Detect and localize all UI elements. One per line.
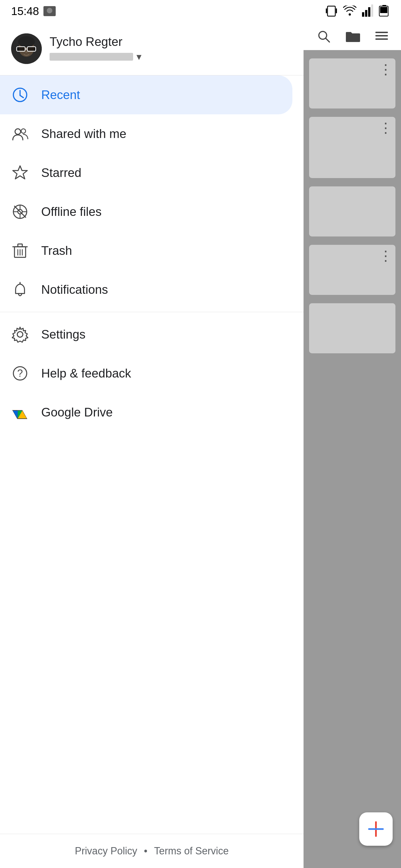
help-icon: ?	[11, 365, 29, 382]
privacy-policy-link[interactable]: Privacy Policy	[75, 845, 137, 857]
status-bar-left: 15:48	[11, 5, 56, 18]
user-email-row: ▾	[50, 51, 141, 63]
offline-icon	[11, 203, 29, 221]
vibrate-icon	[325, 5, 338, 17]
bg-card-2: ⋮	[309, 117, 395, 178]
bg-list-icon	[375, 31, 388, 42]
gear-icon	[11, 326, 29, 343]
chevron-down-icon[interactable]: ▾	[137, 51, 141, 63]
battery-icon	[379, 4, 390, 18]
svg-line-27	[20, 95, 23, 98]
nav-group-main: Recent Shared with me Starred	[0, 75, 304, 309]
svg-rect-5	[368, 7, 370, 17]
nav-group-secondary: Settings ? Help & feedback	[0, 315, 304, 432]
terms-of-service-link[interactable]: Terms of Service	[154, 845, 229, 857]
status-bar: 15:48	[0, 0, 401, 22]
trash-icon	[11, 242, 29, 259]
svg-rect-6	[371, 4, 373, 17]
sidebar-item-label-shared: Shared with me	[41, 127, 126, 141]
bg-card-3	[309, 186, 395, 237]
signal-icon	[362, 4, 373, 18]
user-name: Tycho Regter	[50, 35, 141, 49]
photo-icon	[44, 6, 56, 16]
bg-search-icon	[317, 29, 331, 43]
sidebar-item-label-settings: Settings	[41, 328, 85, 341]
avatar-image	[11, 33, 42, 64]
svg-rect-9	[380, 7, 388, 13]
star-icon	[11, 164, 29, 182]
svg-rect-4	[365, 10, 367, 17]
svg-point-19	[18, 36, 35, 47]
sidebar-item-notifications[interactable]: Notifications	[0, 270, 304, 309]
sidebar-item-settings[interactable]: Settings	[0, 315, 304, 354]
sidebar-item-label-drive: Google Drive	[41, 405, 113, 419]
svg-point-29	[21, 129, 26, 133]
svg-rect-8	[382, 5, 386, 6]
drawer-footer: Privacy Policy • Terms of Service	[0, 834, 304, 868]
user-email-blur	[50, 53, 133, 61]
fab-plus-icon	[366, 819, 386, 839]
drawer-spacer	[0, 432, 304, 834]
sidebar-item-label-trash: Trash	[41, 244, 72, 258]
wifi-icon	[343, 6, 356, 17]
sidebar-item-label-recent: Recent	[41, 88, 80, 102]
background-right-panel: ⋮ ⋮ ⋮	[304, 22, 401, 868]
sidebar-item-shared-with-me[interactable]: Shared with me	[0, 114, 304, 153]
svg-rect-2	[336, 8, 337, 13]
svg-text:?: ?	[17, 368, 23, 379]
svg-rect-13	[375, 35, 388, 36]
sidebar-item-trash[interactable]: Trash	[0, 231, 304, 270]
user-info: Tycho Regter ▾	[50, 35, 141, 63]
sidebar-item-help[interactable]: ? Help & feedback	[0, 354, 304, 393]
svg-rect-1	[326, 8, 327, 13]
clock-icon	[11, 86, 29, 104]
user-profile-section[interactable]: Tycho Regter ▾	[0, 22, 304, 75]
bg-toolbar	[304, 22, 401, 50]
fab-button[interactable]	[359, 812, 393, 846]
svg-rect-0	[327, 6, 335, 16]
bg-folder-icon	[345, 30, 361, 42]
svg-rect-24	[28, 47, 35, 51]
svg-rect-3	[362, 12, 364, 17]
svg-line-11	[325, 38, 330, 42]
sidebar-item-starred[interactable]: Starred	[0, 153, 304, 192]
bg-card-5	[309, 303, 395, 353]
drive-icon	[11, 403, 29, 421]
sidebar-item-label-notifications: Notifications	[41, 283, 108, 297]
svg-point-41	[17, 332, 23, 337]
svg-rect-23	[17, 47, 25, 51]
sidebar-item-label-help: Help & feedback	[41, 366, 131, 380]
sidebar-item-label-starred: Starred	[41, 166, 81, 180]
navigation-drawer: Tycho Regter ▾ Recent	[0, 0, 304, 868]
bg-card-4: ⋮	[309, 245, 395, 295]
avatar	[11, 33, 42, 64]
status-time: 15:48	[11, 5, 39, 18]
svg-rect-12	[375, 32, 388, 33]
sidebar-item-label-offline: Offline files	[41, 205, 102, 219]
svg-rect-14	[375, 38, 388, 40]
sidebar-item-recent[interactable]: Recent	[0, 75, 292, 114]
footer-separator: •	[144, 845, 148, 857]
svg-point-28	[15, 129, 21, 134]
svg-rect-36	[18, 244, 22, 247]
bell-icon	[11, 281, 29, 299]
bg-card-1: ⋮	[309, 58, 395, 108]
sidebar-item-google-drive[interactable]: Google Drive	[0, 393, 304, 432]
svg-marker-30	[13, 166, 27, 179]
people-icon	[11, 125, 29, 143]
status-bar-right	[325, 4, 390, 18]
sidebar-item-offline[interactable]: Offline files	[0, 192, 304, 231]
